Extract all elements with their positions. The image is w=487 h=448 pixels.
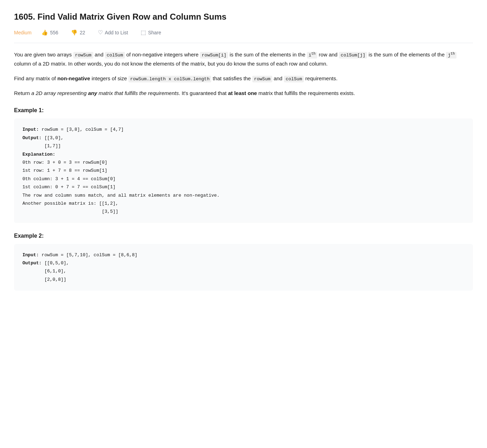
description-paragraph-2: Find any matrix of non-negative integers… — [14, 74, 473, 83]
downvote-button[interactable]: 22 — [68, 28, 88, 37]
example-1-title: Example 1: — [14, 107, 473, 114]
example-2-section: Example 2: Input: rowSum = [5,7,10], col… — [14, 233, 473, 291]
bold-at-least-one: at least one — [228, 90, 257, 96]
heart-icon — [98, 29, 103, 36]
description-paragraph-1: You are given two arrays rowSum and colS… — [14, 50, 473, 68]
add-to-list-label: Add to List — [105, 30, 128, 35]
problem-title: 1605. Find Valid Matrix Given Row and Co… — [14, 11, 473, 22]
inline-code-colsum-j: colSum[j] — [339, 52, 367, 59]
thumbdown-icon — [71, 29, 78, 36]
description-paragraph-3: Return a 2D array representing any matri… — [14, 89, 473, 98]
thumbup-icon — [41, 29, 48, 36]
example-2-output-label: Output: — [22, 260, 42, 266]
example-1-section: Example 1: Input: rowSum = [3,8], colSum… — [14, 107, 473, 223]
example-2-input-label: Input: — [22, 252, 39, 258]
inline-code-colsum2: colSum — [284, 76, 304, 82]
share-button[interactable]: Share — [138, 28, 164, 37]
italic-return: a 2D array representing any matrix that … — [31, 90, 179, 96]
example-2-title: Example 2: — [14, 233, 473, 239]
inline-code-colsum: colSum — [105, 52, 125, 59]
upvote-button[interactable]: 556 — [39, 28, 61, 37]
example-1-block: Input: rowSum = [3,8], colSum = [4,7] Ou… — [14, 118, 473, 223]
meta-row: Medium 556 22 Add to List Share — [14, 28, 473, 43]
example-1-output-label: Output: — [22, 135, 42, 141]
inline-code-size: rowSum.length x colSum.length — [128, 76, 211, 82]
inline-code-rowsum: rowSum — [73, 52, 93, 59]
bold-non-negative: non-negative — [57, 75, 90, 81]
share-label: Share — [148, 30, 161, 35]
add-to-list-button[interactable]: Add to List — [95, 28, 131, 37]
inline-code-rowsum-i: rowSum[i] — [200, 52, 228, 59]
upvote-count: 556 — [50, 30, 58, 35]
share-icon — [141, 29, 146, 36]
example-1-input-label: Input: — [22, 127, 39, 132]
example-1-explanation-label: Explanation: — [22, 152, 55, 157]
bold-italic-any: any — [88, 90, 97, 96]
inline-code-i: ith — [307, 52, 318, 59]
example-2-block: Input: rowSum = [5,7,10], colSum = [8,6,… — [14, 244, 473, 291]
downvote-count: 22 — [80, 30, 85, 35]
problem-description: You are given two arrays rowSum and colS… — [14, 50, 473, 97]
inline-code-j: jth — [446, 52, 456, 59]
difficulty-badge[interactable]: Medium — [14, 30, 32, 35]
inline-code-rowsum2: rowSum — [252, 76, 272, 82]
